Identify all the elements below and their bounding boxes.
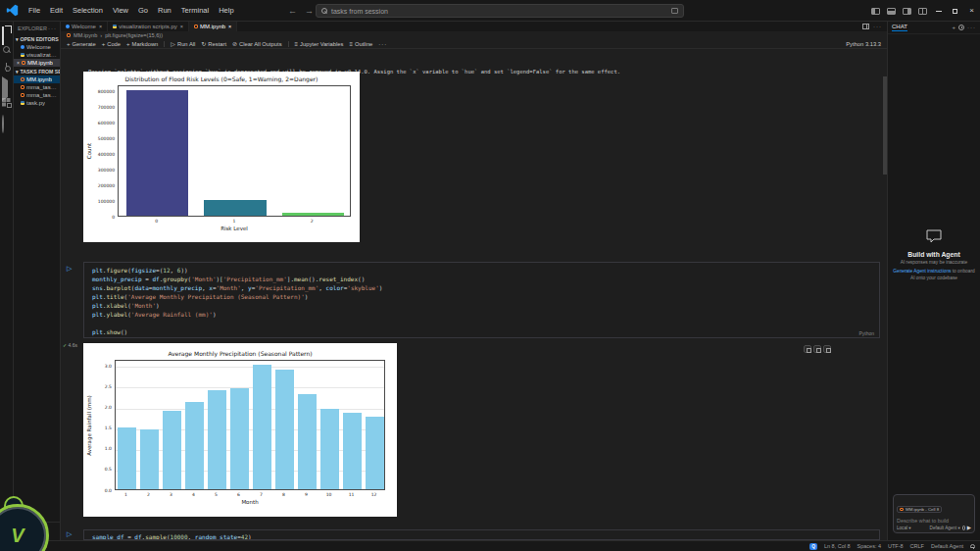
context-chip[interactable]: MM.ipynb - Cell 8 [897,506,942,513]
source-control-icon[interactable] [2,63,11,72]
editor-tab-bar: Welcome× visualization scripts.py× MM.ip… [61,22,887,31]
generate-agent-instructions-link[interactable]: Generate Agent instructions to onboard A… [893,269,975,281]
file-task-py[interactable]: task.py [14,99,60,107]
customize-layout-icon[interactable] [918,8,927,15]
command-center-detail-icon [671,8,678,14]
run-debug-icon[interactable] [2,80,11,89]
open-editor-welcome[interactable]: Welcome [14,43,60,51]
maximize-button[interactable] [947,0,963,22]
jupyter-icon[interactable] [2,116,11,125]
notebook-toolbar: +Generate +Code +Markdown ▷Run All ↻Rest… [61,39,887,49]
chat-more-icon[interactable]: ··· [967,25,976,30]
welcome-icon [21,45,24,49]
new-chat-icon[interactable]: + [952,25,956,30]
microphone-icon[interactable] [962,526,965,530]
bar [320,409,338,489]
run-all-button[interactable]: ▷Run All [171,40,195,47]
notebook-file-icon [21,93,24,97]
cell-language-label[interactable]: Python [858,330,874,336]
chat-input-placeholder[interactable]: Describe what to build [897,518,971,524]
file-mma-task-ipynb[interactable]: mma_task.ipynb [14,83,60,91]
close-window-button[interactable]: × [963,0,980,22]
precipitation-chart-output: Average Monthly Precipitation (Seasonal … [83,343,397,517]
workspace-folder-header[interactable]: ▾TASKS FROM SESSION [14,67,60,75]
editor-more-actions-icon[interactable]: ··· [873,24,882,29]
open-editor-visualization-script[interactable]: visualization scripts.py [14,51,60,59]
cursor-position-indicator[interactable]: Ln 8, Col 8 [824,543,851,549]
kernel-picker[interactable]: Python 3.13.3 [846,41,881,47]
explorer-icon[interactable] [2,27,11,36]
toggle-panel-icon[interactable] [887,8,896,15]
toggle-sidebar-icon[interactable] [871,8,880,15]
notebook-editor: Passing `palette` without assigning `hue… [61,49,887,540]
tab-welcome[interactable]: Welcome× [61,22,108,31]
title-bar: File Edit Selection View Go Run Terminal… [0,0,980,22]
send-icon[interactable]: ▶ [967,525,971,530]
file-mma-task1-ipynb[interactable]: mma_task1.ipynb [14,91,60,99]
close-icon[interactable]: × [228,24,231,29]
generate-button[interactable]: +Generate [67,41,96,47]
outline-button[interactable]: ≡Outline [349,41,372,47]
explorer-more-icon[interactable]: ··· [48,25,57,31]
split-editor-icon[interactable] [862,24,869,29]
tab-mm-ipynb[interactable]: MM.ipynb× [189,22,237,31]
add-markdown-cell-button[interactable]: +Markdown [126,41,158,47]
menu-selection[interactable]: Selection [68,0,108,22]
chat-panel-title[interactable]: CHAT [892,24,907,31]
bar [343,413,361,489]
vscode-window: File Edit Selection View Go Run Terminal… [0,0,980,551]
explorer-title: EXPLORER [18,25,47,31]
open-output-icon[interactable] [813,345,821,353]
bar [366,417,383,489]
run-cell-icon[interactable]: ▷ [67,530,72,537]
agent-mode-indicator[interactable]: Default Agent [931,543,963,549]
indentation-indicator[interactable]: Spaces: 4 [858,543,881,549]
notebook-file-icon [900,508,904,511]
chat-mode-local-dropdown[interactable]: Local ▾ [897,526,911,530]
minimize-button[interactable] [930,0,947,22]
menu-go[interactable]: Go [133,0,153,22]
toggle-secondary-sidebar-icon[interactable] [903,8,911,15]
chart-ylabel: Count [86,143,92,159]
close-icon[interactable]: × [17,60,20,66]
copy-output-icon[interactable] [804,345,811,353]
chat-history-icon[interactable] [958,25,964,30]
code-cell-sample[interactable]: sample_df = df.sample(10000, random_stat… [83,529,880,540]
menu-view[interactable]: View [108,0,133,22]
command-center-search[interactable]: tasks from session [316,4,684,18]
clear-outputs-button[interactable]: ⊘Clear All Outputs [232,40,282,47]
open-editor-mm-ipynb[interactable]: × MM.ipynb [14,59,60,67]
search-sidebar-icon[interactable] [2,45,11,54]
eol-indicator[interactable]: CRLF [910,543,924,549]
breadcrumb[interactable]: MM.ipynb › plt.figure(figsize=(15,6)) [61,31,887,39]
menu-run[interactable]: Run [153,0,176,22]
chat-empty-caption: AI responses may be inaccurate [893,260,975,265]
close-icon[interactable]: × [180,24,183,29]
restart-kernel-button[interactable]: ↻Restart [201,40,226,47]
forward-icon[interactable]: → [305,6,314,16]
menu-file[interactable]: File [24,0,45,22]
menu-help[interactable]: Help [214,0,238,22]
notifications-bell-icon[interactable] [970,544,975,548]
file-mm-ipynb[interactable]: MM.ipynb [14,75,60,83]
q-extension-icon[interactable]: Q [809,543,817,550]
bar [298,394,316,489]
more-output-actions-icon[interactable] [823,345,831,353]
encoding-indicator[interactable]: UTF-8 [888,543,904,549]
python-file-icon [21,101,24,105]
back-icon[interactable]: ← [288,6,297,16]
extensions-icon[interactable] [2,98,11,107]
chat-agent-dropdown[interactable]: Default Agent ▾ [930,526,960,530]
add-code-cell-button[interactable]: +Code [102,41,121,47]
notebook-file-icon [67,33,71,37]
open-editors-header[interactable]: ▾OPEN EDITORS [14,34,60,43]
close-icon[interactable]: × [99,24,102,29]
menu-terminal[interactable]: Terminal [176,0,214,22]
jupyter-variables-button[interactable]: ≡Jupyter Variables [295,41,344,47]
tab-visualization-scripts[interactable]: visualization scripts.py× [108,22,189,31]
chat-input-box[interactable]: MM.ipynb - Cell 8 Describe what to build… [893,494,975,533]
menu-edit[interactable]: Edit [45,0,68,22]
run-cell-icon[interactable]: ▷ [67,265,72,272]
code-cell-precipitation[interactable]: plt.figure(figsize=(12, 6))monthly_preci… [83,262,880,338]
notebook-more-actions-icon[interactable]: ··· [378,41,387,47]
